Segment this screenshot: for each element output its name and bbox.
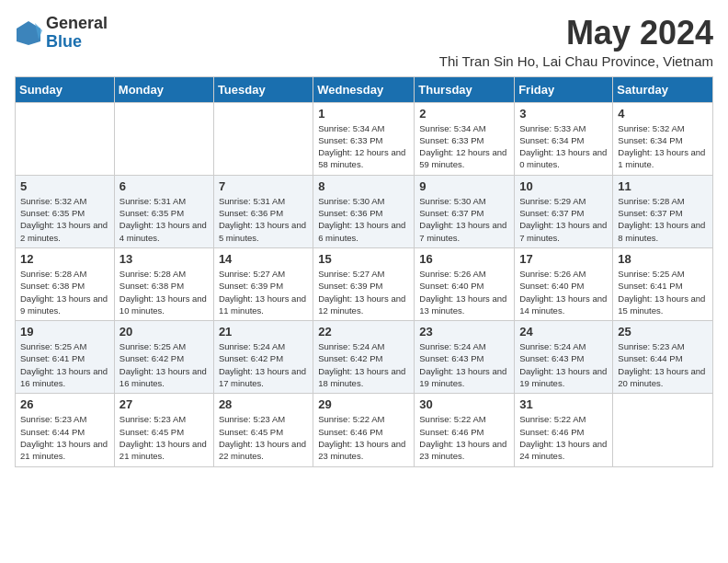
table-row: 23Sunrise: 5:24 AMSunset: 6:43 PMDayligh… <box>415 321 515 394</box>
day-info: Sunrise: 5:25 AMSunset: 6:41 PMDaylight:… <box>20 340 109 389</box>
table-row: 7Sunrise: 5:31 AMSunset: 6:36 PMDaylight… <box>213 175 313 247</box>
day-info: Sunrise: 5:24 AMSunset: 6:42 PMDaylight:… <box>219 340 308 389</box>
header-friday: Friday <box>515 76 613 102</box>
day-info: Sunrise: 5:25 AMSunset: 6:42 PMDaylight:… <box>119 340 209 389</box>
day-info: Sunrise: 5:27 AMSunset: 6:39 PMDaylight:… <box>219 268 308 316</box>
table-row: 31Sunrise: 5:22 AMSunset: 6:46 PMDayligh… <box>515 394 613 466</box>
day-number: 23 <box>419 325 509 339</box>
logo: General Blue <box>15 15 108 52</box>
table-row <box>114 102 213 175</box>
day-info: Sunrise: 5:25 AMSunset: 6:41 PMDaylight:… <box>618 268 708 316</box>
day-info: Sunrise: 5:22 AMSunset: 6:46 PMDaylight:… <box>419 413 509 462</box>
day-info: Sunrise: 5:23 AMSunset: 6:45 PMDaylight:… <box>219 413 308 462</box>
logo-icon <box>15 19 42 47</box>
day-number: 25 <box>618 325 708 339</box>
day-info: Sunrise: 5:31 AMSunset: 6:36 PMDaylight:… <box>219 195 308 244</box>
table-row: 5Sunrise: 5:32 AMSunset: 6:35 PMDaylight… <box>16 175 115 247</box>
week-row-4: 19Sunrise: 5:25 AMSunset: 6:41 PMDayligh… <box>16 321 713 394</box>
day-number: 17 <box>519 252 608 266</box>
day-info: Sunrise: 5:32 AMSunset: 6:34 PMDaylight:… <box>618 122 708 171</box>
day-info: Sunrise: 5:28 AMSunset: 6:38 PMDaylight:… <box>20 268 109 316</box>
logo-general: General <box>46 15 108 33</box>
location-title: Thi Tran Sin Ho, Lai Chau Province, Viet… <box>439 53 713 69</box>
day-info: Sunrise: 5:30 AMSunset: 6:36 PMDaylight:… <box>318 195 409 244</box>
day-number: 22 <box>318 325 409 339</box>
table-row: 26Sunrise: 5:23 AMSunset: 6:44 PMDayligh… <box>16 394 115 466</box>
day-info: Sunrise: 5:24 AMSunset: 6:43 PMDaylight:… <box>419 340 509 389</box>
day-info: Sunrise: 5:28 AMSunset: 6:38 PMDaylight:… <box>119 268 209 316</box>
day-number: 26 <box>20 397 109 411</box>
day-info: Sunrise: 5:24 AMSunset: 6:42 PMDaylight:… <box>318 340 409 389</box>
week-row-3: 12Sunrise: 5:28 AMSunset: 6:38 PMDayligh… <box>16 247 713 320</box>
table-row: 17Sunrise: 5:26 AMSunset: 6:40 PMDayligh… <box>515 247 613 320</box>
day-info: Sunrise: 5:32 AMSunset: 6:35 PMDaylight:… <box>20 195 109 244</box>
day-number: 30 <box>419 397 509 411</box>
day-number: 8 <box>318 179 409 193</box>
day-number: 13 <box>119 252 209 266</box>
table-row: 10Sunrise: 5:29 AMSunset: 6:37 PMDayligh… <box>515 175 613 247</box>
day-number: 7 <box>219 179 308 193</box>
table-row: 16Sunrise: 5:26 AMSunset: 6:40 PMDayligh… <box>415 247 515 320</box>
day-number: 21 <box>219 325 308 339</box>
page-container: General Blue May 2024 Thi Tran Sin Ho, L… <box>15 15 713 467</box>
day-number: 18 <box>618 252 708 266</box>
table-row: 18Sunrise: 5:25 AMSunset: 6:41 PMDayligh… <box>613 247 713 320</box>
day-number: 14 <box>219 252 308 266</box>
day-number: 19 <box>20 325 109 339</box>
day-info: Sunrise: 5:23 AMSunset: 6:44 PMDaylight:… <box>20 413 109 462</box>
header-thursday: Thursday <box>415 76 515 102</box>
day-info: Sunrise: 5:22 AMSunset: 6:46 PMDaylight:… <box>318 413 409 462</box>
table-row <box>16 102 115 175</box>
day-info: Sunrise: 5:30 AMSunset: 6:37 PMDaylight:… <box>419 195 509 244</box>
day-number: 24 <box>519 325 608 339</box>
day-number: 27 <box>119 397 209 411</box>
day-info: Sunrise: 5:22 AMSunset: 6:46 PMDaylight:… <box>519 413 608 462</box>
header: General Blue May 2024 Thi Tran Sin Ho, L… <box>15 15 713 69</box>
week-row-2: 5Sunrise: 5:32 AMSunset: 6:35 PMDaylight… <box>16 175 713 247</box>
day-info: Sunrise: 5:24 AMSunset: 6:43 PMDaylight:… <box>519 340 608 389</box>
table-row: 28Sunrise: 5:23 AMSunset: 6:45 PMDayligh… <box>213 394 313 466</box>
day-number: 2 <box>419 107 509 121</box>
table-row: 19Sunrise: 5:25 AMSunset: 6:41 PMDayligh… <box>16 321 115 394</box>
calendar: Sunday Monday Tuesday Wednesday Thursday… <box>15 76 713 467</box>
day-number: 11 <box>618 179 708 193</box>
table-row: 8Sunrise: 5:30 AMSunset: 6:36 PMDaylight… <box>313 175 415 247</box>
table-row: 1Sunrise: 5:34 AMSunset: 6:33 PMDaylight… <box>313 102 415 175</box>
day-number: 28 <box>219 397 308 411</box>
table-row: 20Sunrise: 5:25 AMSunset: 6:42 PMDayligh… <box>114 321 213 394</box>
day-number: 10 <box>519 179 608 193</box>
header-wednesday: Wednesday <box>313 76 415 102</box>
title-area: May 2024 Thi Tran Sin Ho, Lai Chau Provi… <box>439 15 713 69</box>
table-row: 21Sunrise: 5:24 AMSunset: 6:42 PMDayligh… <box>213 321 313 394</box>
header-saturday: Saturday <box>613 76 713 102</box>
table-row <box>613 394 713 466</box>
day-number: 15 <box>318 252 409 266</box>
day-info: Sunrise: 5:27 AMSunset: 6:39 PMDaylight:… <box>318 268 409 316</box>
day-info: Sunrise: 5:23 AMSunset: 6:45 PMDaylight:… <box>119 413 209 462</box>
table-row: 12Sunrise: 5:28 AMSunset: 6:38 PMDayligh… <box>16 247 115 320</box>
table-row <box>213 102 313 175</box>
week-row-1: 1Sunrise: 5:34 AMSunset: 6:33 PMDaylight… <box>16 102 713 175</box>
table-row: 11Sunrise: 5:28 AMSunset: 6:37 PMDayligh… <box>613 175 713 247</box>
logo-blue: Blue <box>46 33 108 52</box>
day-number: 4 <box>618 107 708 121</box>
table-row: 25Sunrise: 5:23 AMSunset: 6:44 PMDayligh… <box>613 321 713 394</box>
table-row: 2Sunrise: 5:34 AMSunset: 6:33 PMDaylight… <box>415 102 515 175</box>
day-info: Sunrise: 5:28 AMSunset: 6:37 PMDaylight:… <box>618 195 708 244</box>
table-row: 9Sunrise: 5:30 AMSunset: 6:37 PMDaylight… <box>415 175 515 247</box>
day-info: Sunrise: 5:33 AMSunset: 6:34 PMDaylight:… <box>519 122 608 171</box>
table-row: 22Sunrise: 5:24 AMSunset: 6:42 PMDayligh… <box>313 321 415 394</box>
day-info: Sunrise: 5:34 AMSunset: 6:33 PMDaylight:… <box>419 122 509 171</box>
day-number: 16 <box>419 252 509 266</box>
day-info: Sunrise: 5:26 AMSunset: 6:40 PMDaylight:… <box>519 268 608 316</box>
day-number: 9 <box>419 179 509 193</box>
header-tuesday: Tuesday <box>213 76 313 102</box>
table-row: 13Sunrise: 5:28 AMSunset: 6:38 PMDayligh… <box>114 247 213 320</box>
month-title: May 2024 <box>439 15 713 52</box>
week-row-5: 26Sunrise: 5:23 AMSunset: 6:44 PMDayligh… <box>16 394 713 466</box>
weekday-header-row: Sunday Monday Tuesday Wednesday Thursday… <box>16 76 713 102</box>
day-number: 6 <box>119 179 209 193</box>
header-monday: Monday <box>114 76 213 102</box>
table-row: 6Sunrise: 5:31 AMSunset: 6:35 PMDaylight… <box>114 175 213 247</box>
day-info: Sunrise: 5:31 AMSunset: 6:35 PMDaylight:… <box>119 195 209 244</box>
